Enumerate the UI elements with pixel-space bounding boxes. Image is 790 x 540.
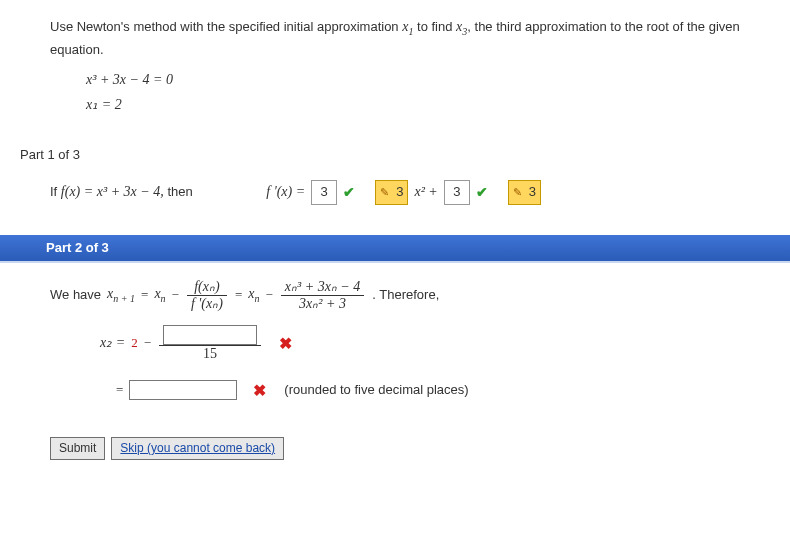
- answer-box-coef2[interactable]: 3: [444, 180, 470, 205]
- x-squared-text: x² +: [414, 181, 437, 203]
- question-prompt: Use Newton's method with the specified i…: [50, 16, 750, 61]
- skip-button[interactable]: Skip (you cannot come back): [111, 437, 284, 460]
- part2-header: Part 2 of 3: [0, 235, 790, 262]
- cross-icon: ✖: [279, 331, 292, 357]
- fprime-lhs: f '(x) =: [266, 181, 305, 203]
- cross-icon: ✖: [253, 378, 266, 404]
- initial-approximation: x₁ = 2: [86, 92, 770, 117]
- fraction-numeric: 15: [157, 325, 263, 361]
- locked-answer-coef2: 3: [508, 180, 541, 205]
- fx-expression: f(x) = x³ + 3x − 4,: [61, 184, 164, 199]
- submit-button[interactable]: Submit: [50, 437, 105, 460]
- locked-answer-coef1: 3: [375, 180, 408, 205]
- fraction-symbolic: f(xₙ) f '(xₙ): [185, 279, 229, 311]
- answer-box-coef1[interactable]: 3: [311, 180, 337, 205]
- x2-lhs: x₂ =: [100, 332, 125, 354]
- part1-lead: If: [50, 184, 61, 199]
- x3-symbol: x3: [456, 19, 467, 34]
- x2-value: 2: [131, 333, 138, 354]
- part1-label: Part 1 of 3: [20, 145, 770, 166]
- check-icon: ✔: [343, 181, 355, 203]
- x1-symbol: x1: [402, 19, 413, 34]
- pencil-icon: [380, 186, 392, 198]
- numerator-input[interactable]: [163, 325, 257, 345]
- check-icon: ✔: [476, 181, 488, 203]
- fraction-expanded: xₙ³ + 3xₙ − 4 3xₙ² + 3: [279, 279, 367, 311]
- x2-result-row: = ✖ (rounded to five decimal places): [116, 378, 469, 404]
- rounding-note: (rounded to five decimal places): [284, 380, 468, 401]
- x2-result-input[interactable]: [129, 380, 237, 400]
- given-equation: x³ + 3x − 4 = 0: [86, 67, 770, 92]
- pencil-icon: [513, 186, 525, 198]
- x2-row: x₂ = 2 − 15 ✖: [100, 325, 292, 361]
- then-text: then: [167, 184, 192, 199]
- newton-formula-row: We have xn + 1 = xn − f(xₙ) f '(xₙ) = xn…: [50, 279, 439, 311]
